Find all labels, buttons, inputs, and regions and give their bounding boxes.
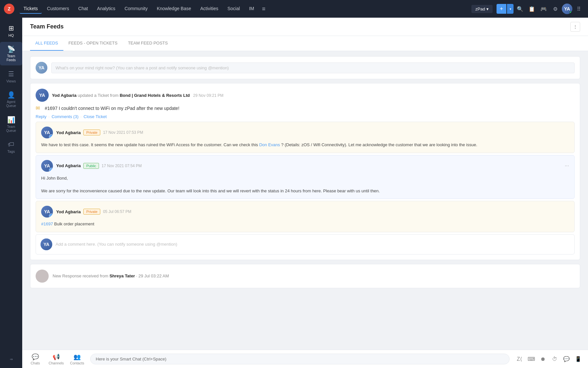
chats-icon: 💬 bbox=[32, 353, 39, 360]
comment-2-more-button[interactable]: ··· bbox=[565, 163, 569, 169]
notifications-icon[interactable]: 📋 bbox=[527, 4, 537, 14]
shreya-timestamp: 29 Jul 03:22 AM bbox=[139, 273, 169, 278]
bottom-bar: 💬 Chats 📢 Channels 👥 Contacts Here is yo… bbox=[22, 350, 588, 368]
compose-input[interactable]: What's on your mind right now? (You can … bbox=[51, 62, 575, 73]
sidebar-item-views[interactable]: ☰ Views bbox=[0, 67, 22, 86]
sidebar-label-views: Views bbox=[6, 79, 16, 83]
comments-button[interactable]: Comments (3) bbox=[52, 114, 78, 119]
nav-im[interactable]: IM bbox=[245, 4, 258, 14]
comment-badge-icon: ✉ bbox=[49, 134, 53, 138]
ticket-title: #1697 I couldn't connect to WiFi on my z… bbox=[45, 106, 179, 111]
grid-icon[interactable]: ⠿ bbox=[574, 4, 584, 14]
compose-avatar: YA bbox=[36, 62, 47, 74]
header-options-button[interactable]: ⋮ bbox=[570, 22, 580, 32]
contacts-icon: 👥 bbox=[74, 353, 81, 360]
tags-icon: 🏷 bbox=[8, 141, 14, 148]
shreya-meta: New Response received from Shreya Tater … bbox=[53, 273, 169, 278]
shreya-feed-card: New Response received from Shreya Tater … bbox=[30, 264, 580, 288]
comment-1-body: We have to test this case. It seems the … bbox=[41, 142, 569, 148]
add-comment-avatar: YA bbox=[41, 238, 52, 250]
ticket-timestamp: 29 Nov 09:21 PM bbox=[191, 93, 223, 98]
nav-activities[interactable]: Activities bbox=[196, 4, 222, 14]
zai-icon[interactable]: Z⟨ bbox=[515, 355, 524, 364]
sidebar-item-team-feeds[interactable]: 📡 TeamFeeds bbox=[0, 42, 22, 65]
comment-3-body: #1697 Bulk order placement bbox=[41, 221, 569, 227]
channels-icon: 📢 bbox=[53, 353, 60, 360]
don-evans-link[interactable]: Don Evans bbox=[259, 142, 280, 147]
page-title: Team Feeds bbox=[30, 23, 64, 30]
clock-icon[interactable]: ⏱ bbox=[550, 355, 559, 364]
sidebar-label-team-queue: TeamQueue bbox=[6, 125, 16, 133]
nav-chat[interactable]: Chat bbox=[74, 4, 92, 14]
create-dropdown-button[interactable]: ▾ bbox=[507, 4, 514, 14]
more-nav-icon[interactable]: ≡ bbox=[259, 6, 268, 12]
close-ticket-button[interactable]: Close Ticket bbox=[84, 114, 107, 119]
nav-social[interactable]: Social bbox=[223, 4, 244, 14]
ticket-author: Yod Agbaria bbox=[52, 93, 76, 98]
sidebar-label-tags: Tags bbox=[7, 149, 15, 153]
bottom-nav-contacts[interactable]: 👥 Contacts bbox=[69, 353, 85, 365]
views-icon: ☰ bbox=[8, 70, 14, 78]
tab-team-feed-posts[interactable]: TEAM FEED POSTS bbox=[123, 36, 173, 51]
ticket-title-row: ✉ #1697 I couldn't connect to WiFi on my… bbox=[36, 105, 575, 112]
nav-analytics[interactable]: Analytics bbox=[93, 4, 119, 14]
comment-3-visibility: Private bbox=[83, 209, 100, 215]
comment-3-author: Yod Agbaria bbox=[56, 209, 81, 214]
nav-community[interactable]: Community bbox=[121, 4, 152, 14]
feed-content: YA What's on your mind right now? (You c… bbox=[22, 51, 588, 350]
shreya-author: Shreya Tater bbox=[109, 273, 135, 278]
comment-3-avatar: YA ✉ bbox=[41, 206, 53, 218]
search-icon[interactable]: 🔍 bbox=[515, 4, 525, 14]
ticket-company: Bond | Grand Hotels & Resorts Ltd bbox=[120, 93, 190, 98]
sidebar-item-tags[interactable]: 🏷 Tags bbox=[0, 137, 22, 157]
bottom-chats-label: Chats bbox=[31, 361, 40, 365]
keyboard-icon[interactable]: ⌨ bbox=[527, 355, 536, 364]
create-button[interactable]: + bbox=[497, 4, 506, 14]
phone-icon[interactable]: 📱 bbox=[574, 355, 583, 364]
tab-all-feeds[interactable]: ALL FEEDS bbox=[30, 36, 63, 51]
sidebar-item-team-queue[interactable]: 📊 TeamQueue bbox=[0, 113, 22, 136]
ticket-actions: Reply · Comments (3) · Close Ticket bbox=[36, 114, 575, 119]
bottom-contacts-label: Contacts bbox=[70, 361, 84, 365]
page-header: Team Feeds ⋮ bbox=[22, 18, 588, 36]
comment-1-author: Yod Agbaria bbox=[56, 130, 81, 135]
sidebar-label-hq: HQ bbox=[8, 33, 14, 37]
record-icon[interactable]: ⏺ bbox=[538, 355, 547, 364]
nav-customers[interactable]: Customers bbox=[43, 4, 73, 14]
team-feeds-icon: 📡 bbox=[7, 45, 15, 53]
sidebar-label-team-feeds: TeamFeeds bbox=[7, 54, 16, 62]
sidebar-item-hq[interactable]: ⊞ HQ bbox=[0, 21, 22, 41]
sidebar-item-agent-queue[interactable]: 👤 AgentQueue bbox=[0, 88, 22, 111]
bottom-channels-label: Channels bbox=[49, 361, 64, 365]
comment-3-time: 05 Jul 06:57 PM bbox=[103, 209, 131, 214]
add-comment-row: YA Add a comment here. (You can notify s… bbox=[36, 234, 575, 254]
sidebar-expand-button[interactable]: ⇒ bbox=[0, 354, 22, 365]
ticket-feed-card: YA Yod Agbaria updated a Ticket from Bon… bbox=[30, 83, 580, 260]
tab-feeds-open-tickets[interactable]: FEEDS - OPEN TICKETS bbox=[63, 36, 123, 51]
nav-tickets[interactable]: Tickets bbox=[20, 4, 42, 14]
ticket-feed-avatar: YA bbox=[36, 89, 49, 102]
bottom-nav-chats[interactable]: 💬 Chats bbox=[27, 353, 43, 365]
help-icon[interactable]: 🎮 bbox=[538, 4, 549, 14]
add-comment-input[interactable]: Add a comment here. (You can notify some… bbox=[56, 242, 570, 247]
smart-chat-input[interactable]: Here is your Smart Chat (Ctrl+Space) bbox=[90, 354, 510, 364]
app-logo[interactable]: Z bbox=[4, 4, 14, 14]
create-button-group: + ▾ bbox=[497, 4, 514, 14]
bottom-nav-channels[interactable]: 📢 Channels bbox=[48, 353, 64, 365]
comment-3: YA ✉ Yod Agbaria Private 05 Jul 06:57 PM… bbox=[36, 201, 575, 232]
reply-button[interactable]: Reply bbox=[36, 114, 46, 119]
comment-2: YA ✉ Yod Agbaria Public 17 Nov 2021 07:5… bbox=[36, 155, 575, 199]
comment-2-author: Yod Agbaria bbox=[56, 163, 81, 168]
ticket-id-link[interactable]: #1697 bbox=[41, 221, 53, 226]
shreya-avatar bbox=[36, 270, 49, 283]
comment-2-time: 17 Nov 2021 07:54 PM bbox=[102, 164, 142, 168]
user-avatar[interactable]: YA bbox=[562, 4, 572, 14]
chat-bubble-icon[interactable]: 💬 bbox=[562, 355, 571, 364]
settings-icon[interactable]: ⚙ bbox=[550, 4, 561, 14]
comment-1-avatar: YA ✉ bbox=[41, 127, 53, 138]
comment-1-time: 17 Nov 2021 07:53 PM bbox=[103, 130, 143, 135]
nav-knowledge-base[interactable]: Knowledge Base bbox=[153, 4, 195, 14]
zpad-selector[interactable]: zPad ▾ bbox=[471, 5, 493, 13]
comment-1-visibility: Private bbox=[83, 130, 100, 135]
team-queue-icon: 📊 bbox=[7, 116, 15, 124]
